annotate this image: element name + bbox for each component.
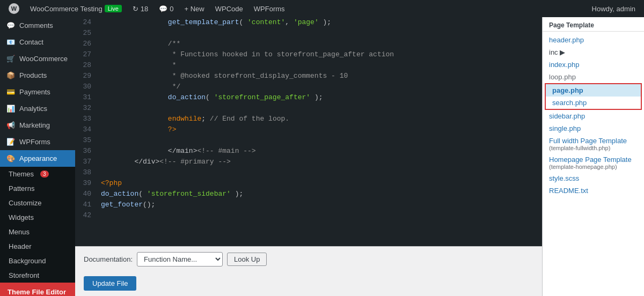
admin-bar: W WooCommerce Testing Live ↻ 18 💬 0 + Ne…	[0, 0, 644, 17]
themes-badge: 3	[40, 171, 49, 177]
line-num-38: 38	[75, 167, 97, 178]
line-content-41: get_footer();	[97, 199, 542, 210]
admin-bar-new[interactable]: + New	[180, 0, 209, 17]
wpforms-sidebar-icon: 📝	[6, 138, 15, 146]
file-item-readme[interactable]: README.txt	[543, 184, 644, 197]
sidebar-item-products[interactable]: 📦 Products	[0, 67, 75, 84]
line-content-30: */	[97, 82, 542, 92]
sidebar-subitem-menus[interactable]: Menus	[0, 225, 75, 239]
widgets-label: Widgets	[9, 213, 34, 221]
full-width-template-name: Full width Page Template	[549, 137, 638, 145]
sidebar: 💬 Comments 📧 Contact 🛒 WooCommerce 📦 Pro…	[0, 17, 75, 296]
sidebar-label-woocommerce: WooCommerce	[19, 55, 68, 63]
marketing-icon: 📢	[6, 121, 15, 129]
line-content-40: do_action( 'storefront_sidebar' );	[97, 189, 542, 199]
theme-file-editor-footer[interactable]: Theme File Editor	[0, 283, 75, 296]
customize-label: Customize	[9, 199, 41, 207]
admin-bar-comments[interactable]: 💬 0	[155, 0, 178, 17]
code-line-24: 24 get_template_part( 'content', 'page' …	[75, 17, 542, 28]
line-num-26: 26	[75, 39, 97, 49]
sidebar-item-analytics[interactable]: 📊 Analytics	[0, 100, 75, 117]
admin-bar-wpforms[interactable]: WPForms	[250, 0, 289, 17]
function-name-select[interactable]: Function Name...	[137, 252, 223, 267]
woocommerce-icon: 🛒	[6, 55, 15, 63]
line-content-28: *	[97, 60, 542, 71]
line-num-34: 34	[75, 124, 97, 135]
sidebar-subitem-patterns[interactable]: Patterns	[0, 181, 75, 196]
sidebar-subitem-widgets[interactable]: Widgets	[0, 210, 75, 225]
highlighted-files-group: page.php search.php	[545, 83, 642, 110]
sidebar-label-comments: Comments	[19, 21, 53, 29]
appearance-icon: 🎨	[6, 154, 15, 162]
page-template-label: Page Template	[543, 17, 644, 32]
sidebar-subitem-themes[interactable]: Themes 3	[0, 167, 75, 181]
sidebar-item-contact[interactable]: 📧 Contact	[0, 34, 75, 50]
code-line-25: 25	[75, 28, 542, 39]
wpcode-label: WPCode	[215, 5, 243, 13]
sidebar-subitem-background[interactable]: Background	[0, 254, 75, 268]
code-line-32: 32	[75, 103, 542, 114]
file-item-index-php[interactable]: index.php	[543, 58, 644, 71]
line-num-31: 31	[75, 92, 97, 103]
update-file-button[interactable]: Update File	[84, 276, 136, 291]
file-item-inc[interactable]: inc ▶	[543, 46, 644, 58]
homepage-template-name: Homepage Page Template	[549, 156, 638, 164]
background-label: Background	[9, 257, 46, 265]
refresh-icon: ↻	[133, 5, 138, 13]
comments-icon: 💬	[6, 21, 15, 29]
line-num-41: 41	[75, 199, 97, 210]
sidebar-label-analytics: Analytics	[19, 105, 47, 113]
file-item-page-php[interactable]: page.php	[546, 84, 641, 97]
file-item-sidebar-php[interactable]: sidebar.php	[543, 110, 644, 122]
sidebar-label-products: Products	[19, 71, 47, 79]
code-editor[interactable]: 24 get_template_part( 'content', 'page' …	[75, 17, 542, 246]
themes-label: Themes	[9, 170, 34, 178]
sidebar-item-comments[interactable]: 💬 Comments	[0, 17, 75, 34]
sidebar-subitem-storefront[interactable]: Storefront	[0, 268, 75, 283]
line-content-33: endwhile; // End of the loop.	[97, 114, 542, 124]
line-content-31: do_action( 'storefront_page_after' );	[97, 92, 542, 103]
file-item-style-scss[interactable]: style.scss	[543, 172, 644, 184]
admin-bar-logo[interactable]: W	[4, 0, 24, 17]
sidebar-item-wpforms[interactable]: 📝 WPForms	[0, 134, 75, 150]
site-name: WooCommerce Testing	[30, 5, 103, 13]
line-content-37: </div><!-- #primary -->	[97, 157, 542, 167]
line-num-24: 24	[75, 17, 97, 28]
comment-count: 0	[170, 5, 173, 13]
code-line-37: 37 </div><!-- #primary -->	[75, 157, 542, 167]
file-item-loop-php[interactable]: loop.php	[543, 71, 644, 83]
admin-bar-counter[interactable]: ↻ 18	[128, 0, 152, 17]
line-content-38	[97, 167, 542, 178]
admin-bar-howdy[interactable]: Howdy, admin	[588, 0, 640, 17]
code-line-42: 42	[75, 210, 542, 221]
admin-bar-wpcode[interactable]: WPCode	[211, 0, 247, 17]
docs-bar: Documentation: Function Name... Look Up	[75, 246, 542, 272]
code-line-34: 34 ?>	[75, 124, 542, 135]
code-line-30: 30 */	[75, 82, 542, 92]
main-layout: 💬 Comments 📧 Contact 🛒 WooCommerce 📦 Pro…	[0, 17, 644, 296]
code-line-33: 33 endwhile; // End of the loop.	[75, 114, 542, 124]
file-item-homepage[interactable]: Homepage Page Template (template-homepag…	[543, 153, 644, 172]
sidebar-label-contact: Contact	[19, 38, 43, 46]
sidebar-subitem-customize[interactable]: Customize	[0, 196, 75, 210]
line-content-32	[97, 103, 542, 114]
sidebar-item-marketing[interactable]: 📢 Marketing	[0, 117, 75, 134]
sidebar-item-payments[interactable]: 💳 Payments	[0, 84, 75, 100]
lookup-button[interactable]: Look Up	[227, 253, 267, 266]
theme-file-editor-label: Theme File Editor	[8, 288, 66, 296]
file-item-single-php[interactable]: single.php	[543, 122, 644, 135]
sidebar-item-woocommerce[interactable]: 🛒 WooCommerce	[0, 50, 75, 67]
file-item-full-width[interactable]: Full width Page Template (template-fullw…	[543, 135, 644, 153]
sidebar-label-appearance: Appearance	[19, 154, 57, 162]
comment-icon: 💬	[159, 5, 167, 13]
appearance-submenu: Themes 3 Patterns Customize Widgets Menu…	[0, 167, 75, 283]
file-item-search-php[interactable]: search.php	[546, 97, 641, 109]
line-content-34: ?>	[97, 124, 542, 135]
sidebar-item-appearance[interactable]: 🎨 Appearance	[0, 150, 75, 167]
admin-bar-site[interactable]: WooCommerce Testing Live	[26, 0, 126, 17]
line-num-27: 27	[75, 49, 97, 60]
code-line-38: 38	[75, 167, 542, 178]
file-item-header-php[interactable]: header.php	[543, 34, 644, 46]
sidebar-subitem-theme-file-editor[interactable]: Theme File Editor	[1, 284, 74, 296]
sidebar-subitem-header[interactable]: Header	[0, 239, 75, 254]
